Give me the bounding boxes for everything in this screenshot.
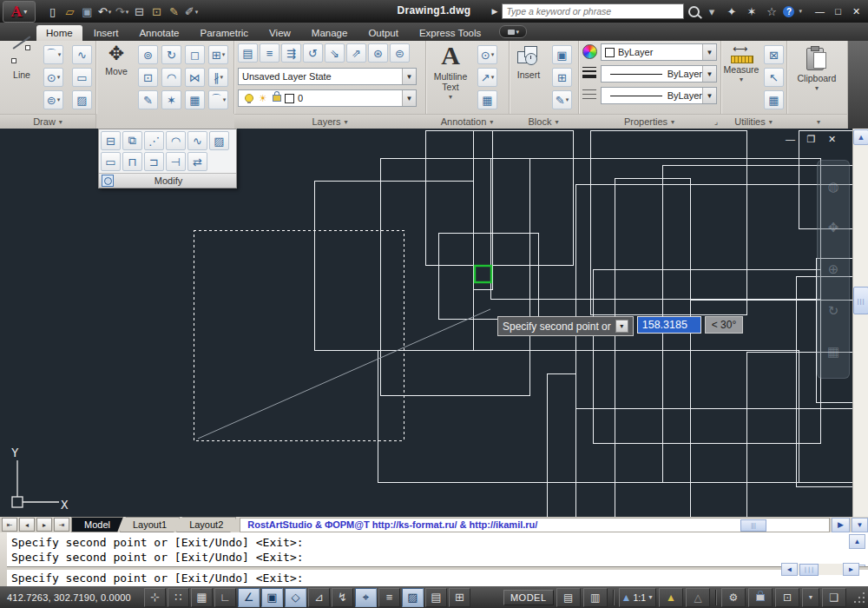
- ortho-mode-toggle[interactable]: ∟: [214, 588, 236, 607]
- search-find-caret-icon[interactable]: ▾: [704, 3, 719, 19]
- plot-preview-icon[interactable]: ⊡: [149, 3, 164, 19]
- chevron-down-icon[interactable]: ▾: [566, 96, 569, 103]
- maximize-button[interactable]: □: [832, 5, 845, 17]
- first-tab-button[interactable]: ⇤: [2, 518, 17, 532]
- new-icon[interactable]: ▯: [45, 3, 60, 19]
- close-button[interactable]: ✕: [850, 5, 863, 17]
- layout-tab-layout2[interactable]: Layout2: [176, 517, 236, 532]
- wireframe-rect[interactable]: [380, 158, 529, 395]
- paste-button[interactable]: Clipboard ▾: [795, 46, 838, 92]
- quick-view-layouts-icon[interactable]: ▤: [556, 588, 581, 607]
- key-license-icon[interactable]: ✦: [724, 3, 739, 19]
- table-icon[interactable]: ▦: [477, 90, 497, 109]
- array-rect-icon[interactable]: ▦: [185, 90, 205, 109]
- layers-panel-label[interactable]: Layers: [234, 114, 426, 129]
- ribbon-tab-manage[interactable]: Manage: [302, 25, 358, 41]
- minimize-button[interactable]: —: [813, 5, 826, 17]
- layer-color-swatch[interactable]: [285, 94, 294, 103]
- grid-display-toggle[interactable]: ▦: [191, 588, 213, 607]
- rectangle-icon[interactable]: ▭: [72, 68, 92, 87]
- orbit-icon[interactable]: ↻: [828, 303, 839, 319]
- ellipse-icon[interactable]: ⊜▾: [43, 90, 63, 109]
- edit-attribute-icon[interactable]: ⊐: [144, 152, 164, 171]
- selection-cycling-toggle[interactable]: ⊞: [449, 588, 470, 607]
- polyline-icon[interactable]: ∿: [72, 45, 92, 64]
- search-input[interactable]: [502, 3, 684, 19]
- command-history[interactable]: Specify second point or [Exit/Undo] <Exi…: [7, 532, 868, 566]
- chevron-down-icon[interactable]: ▼: [702, 44, 716, 60]
- horizontal-scrollbar-track[interactable]: RostArtStudio & ФОРМ@T http://ks-format.…: [240, 518, 830, 532]
- undo-icon[interactable]: ↶▾: [97, 3, 112, 19]
- chevron-down-icon[interactable]: ▼: [702, 66, 716, 82]
- zoom-icon[interactable]: ⊕: [828, 261, 839, 277]
- selection-dashed-rect[interactable]: [194, 230, 404, 440]
- resize-grip[interactable]: [852, 591, 865, 605]
- wireframe-rect[interactable]: [438, 233, 538, 319]
- insert-button[interactable]: Insert: [510, 46, 547, 80]
- layer-dropdown[interactable]: ☀ 0 ▼: [238, 89, 417, 107]
- workspace-switching-button[interactable]: ⚙: [721, 588, 746, 607]
- dynamic-input-value[interactable]: 158.3185: [637, 316, 701, 334]
- rotate-icon[interactable]: ↻: [161, 45, 181, 64]
- ribbon-tab-annotate[interactable]: Annotate: [129, 25, 188, 41]
- scroll-up-button[interactable]: ▲: [853, 129, 868, 145]
- lineweight-toggle[interactable]: ≡: [378, 588, 400, 607]
- copy-icon[interactable]: ⊚: [138, 45, 158, 64]
- pan-icon[interactable]: ✥: [828, 220, 839, 235]
- model-space-viewport[interactable]: Y X ⊟⧉⋰◠∿▨ ▭⊓⊐⊣⇄ Modify Specify second p…: [0, 129, 868, 517]
- help-icon[interactable]: ?: [783, 6, 794, 17]
- edit-array-icon[interactable]: ▨: [209, 131, 229, 150]
- wireframe-rect[interactable]: [378, 350, 799, 482]
- scroll-down-button[interactable]: ▼: [852, 518, 868, 532]
- clean-screen-button[interactable]: ❑: [822, 588, 846, 607]
- line-button[interactable]: Line: [3, 44, 40, 80]
- cmd-scroll-right-button[interactable]: ▶: [843, 563, 859, 576]
- vertical-scrollbar[interactable]: ▲ |||: [852, 129, 868, 517]
- layer-isolate-icon[interactable]: ⇘: [325, 43, 345, 63]
- align-icon[interactable]: ▭: [101, 152, 121, 171]
- quick-select-icon[interactable]: ⊠: [764, 45, 784, 64]
- collapse-arrow-icon[interactable]: ▶: [492, 7, 498, 16]
- edit-attributes-icon[interactable]: ✎▾: [552, 90, 572, 109]
- layer-lock-icon[interactable]: [273, 95, 281, 102]
- chevron-down-icon[interactable]: ▾: [58, 51, 62, 58]
- quick-calc-icon[interactable]: ▦: [764, 90, 784, 109]
- reverse-icon[interactable]: ⇄: [187, 152, 207, 171]
- cmd-scroll-track[interactable]: |||: [798, 564, 843, 575]
- search-icon[interactable]: [688, 6, 700, 17]
- wireframe-rect[interactable]: [746, 352, 868, 517]
- infer-constraints-toggle[interactable]: ⊹: [144, 588, 166, 607]
- arc-icon[interactable]: ⌒▾: [43, 45, 63, 64]
- ribbon-options-button[interactable]: ▾: [499, 25, 527, 38]
- ribbon-tab-insert[interactable]: Insert: [84, 25, 128, 41]
- chevron-down-icon[interactable]: ▾: [491, 51, 495, 58]
- create-block-icon[interactable]: ▣: [552, 45, 572, 64]
- layer-properties-icon[interactable]: ▤: [238, 43, 258, 63]
- hatch-icon[interactable]: ▨: [72, 90, 92, 109]
- edit-spline-icon[interactable]: ∿: [187, 131, 207, 150]
- layer-on-icon[interactable]: [245, 94, 253, 102]
- clipboard-panel-label[interactable]: [786, 114, 848, 129]
- edit-polyline-icon[interactable]: ⊓: [122, 152, 142, 171]
- array-icon[interactable]: ⊞▾: [208, 45, 228, 64]
- layer-unisolate-icon[interactable]: ⇗: [346, 43, 366, 63]
- ribbon-tab-output[interactable]: Output: [358, 25, 408, 41]
- showmotion-icon[interactable]: ▦: [827, 344, 839, 360]
- horizontal-scroll-thumb[interactable]: |||: [740, 519, 766, 532]
- object-color-dropdown[interactable]: ByLayer ▼: [601, 43, 717, 61]
- vertical-scroll-thumb[interactable]: |||: [853, 287, 868, 314]
- annotation-panel-label[interactable]: Annotation: [425, 114, 510, 129]
- cmd-scroll-thumb[interactable]: |||: [799, 564, 819, 576]
- layer-freeze-icon[interactable]: ⊛: [368, 43, 388, 63]
- chevron-down-icon[interactable]: ▾: [491, 74, 495, 81]
- utilities-panel-label[interactable]: Utilities: [720, 114, 787, 129]
- lineweight-icon[interactable]: [582, 67, 596, 78]
- mirror-icon[interactable]: ⋈: [185, 68, 205, 87]
- edit-block-icon[interactable]: ⊞: [552, 68, 572, 87]
- full-navigation-wheel-icon[interactable]: ◍: [827, 179, 838, 195]
- multiline-text-button[interactable]: A Multiline Text ▾: [427, 43, 474, 101]
- stretch-icon[interactable]: ⊡: [138, 68, 158, 87]
- plot-icon[interactable]: ⊟: [132, 3, 147, 19]
- command-input-line[interactable]: Specify second point or [Exit/Undo] <Exi…: [7, 570, 868, 586]
- chevron-down-icon[interactable]: ▾: [223, 96, 227, 103]
